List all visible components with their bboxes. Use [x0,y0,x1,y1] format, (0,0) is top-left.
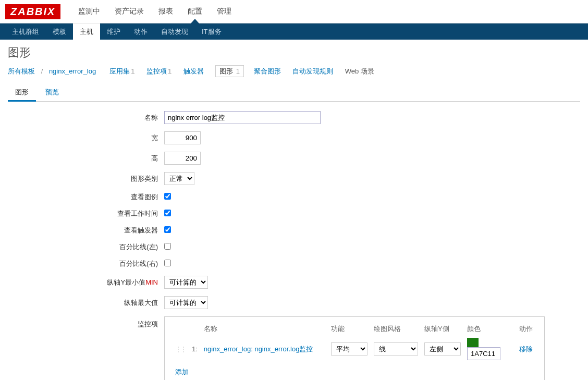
item-name-link[interactable]: nginx_error_log: nginx_error.log监控 [204,345,313,353]
bc-screens[interactable]: 聚合图形 [254,67,281,75]
check-working[interactable] [164,210,171,216]
nav-inventory[interactable]: 资产记录 [107,0,151,23]
items-box: 名称 功能 绘图风格 纵轴Y侧 颜色 动作 ⋮⋮ 1: [164,316,545,380]
label-ymax: 纵轴最大值 [8,298,164,308]
drag-handle-icon[interactable]: ⋮⋮ [175,346,186,353]
check-legend[interactable] [164,193,171,200]
tabs: 图形 预览 [8,84,580,102]
bc-items[interactable]: 监控项1 [146,67,172,75]
th-draw: 绘图风格 [371,322,421,336]
select-func[interactable]: 平均 [331,342,368,356]
check-pct-left[interactable] [164,243,171,250]
color-swatch[interactable] [467,338,479,347]
bc-current-graphs: 图形 1 [215,65,244,77]
label-width: 宽 [8,133,164,143]
select-ymin[interactable]: 可计算的 [164,276,208,289]
bc-web[interactable]: Web 场景 [345,67,374,75]
select-yaxis[interactable]: 左侧 [424,342,461,356]
bc-applications[interactable]: 应用集1 [109,67,134,75]
items-table: 名称 功能 绘图风格 纵轴Y侧 颜色 动作 ⋮⋮ 1: [172,322,537,379]
graph-form: 名称 宽 高 图形类别 正常 查看图例 查看工作时间 查看触发器 百分比线(左) [8,111,580,380]
subnav-maintenance[interactable]: 维护 [100,23,127,41]
label-legend: 查看图例 [8,192,164,202]
th-func: 功能 [328,322,371,336]
logo[interactable]: ZABBIX [5,4,60,19]
subnav-itservices[interactable]: IT服务 [195,23,228,41]
bc-sep: / [41,67,43,75]
label-height: 高 [8,154,164,163]
bc-all-templates[interactable]: 所有模板 [8,67,35,75]
tab-preview[interactable]: 预览 [38,84,66,101]
input-width[interactable] [164,131,201,144]
th-yaxis: 纵轴Y侧 [421,322,464,336]
label-graphtype: 图形类别 [8,174,164,183]
input-name[interactable] [164,111,321,124]
nav-configuration[interactable]: 配置 [180,0,210,23]
select-graphtype[interactable]: 正常 [164,172,194,185]
select-ymax[interactable]: 可计算的 [164,296,208,309]
subnav-hostgroups[interactable]: 主机群组 [5,23,46,41]
tab-graph[interactable]: 图形 [8,84,36,102]
breadcrumb: 所有模板 / nginx_error_log 应用集1 监控项1 触发器 图形 … [8,67,580,76]
nav-reports[interactable]: 报表 [151,0,180,23]
bc-template[interactable]: nginx_error_log [49,67,96,75]
label-ymin: 纵轴Y最小值MIN [8,278,164,287]
label-working: 查看工作时间 [8,209,164,218]
label-name: 名称 [8,113,164,122]
label-triggers: 查看触发器 [8,226,164,235]
item-idx: 1: [189,336,201,362]
label-items: 监控项 [8,316,164,329]
label-pct-right: 百分比线(右) [8,259,164,268]
nav-administration[interactable]: 管理 [210,0,239,23]
bc-discovery[interactable]: 自动发现规则 [292,67,333,75]
bc-triggers[interactable]: 触发器 [183,67,204,75]
top-header: ZABBIX 监测中 资产记录 报表 配置 管理 [0,0,588,23]
select-draw[interactable]: 线 [374,342,418,356]
subnav-discovery[interactable]: 自动发现 [154,23,195,41]
th-name: 名称 [201,322,328,336]
subnav-hosts[interactable]: 主机 [73,23,100,41]
th-color: 颜色 [464,322,516,336]
sub-header: 主机群组 模板 主机 维护 动作 自动发现 IT服务 [0,23,588,40]
input-height[interactable] [164,152,201,165]
label-pct-left: 百分比线(左) [8,242,164,252]
item-row: ⋮⋮ 1: nginx_error_log: nginx_error.log监控… [172,336,537,362]
add-item-link[interactable]: 添加 [175,368,189,376]
nav-monitoring[interactable]: 监测中 [71,0,107,23]
check-triggers[interactable] [164,226,171,233]
th-action: 动作 [516,322,537,336]
top-nav: 监测中 资产记录 报表 配置 管理 [71,0,239,23]
page-title: 图形 [8,45,580,60]
page-content: 图形 所有模板 / nginx_error_log 应用集1 监控项1 触发器 … [0,40,588,380]
check-pct-right[interactable] [164,260,171,266]
item-remove[interactable]: 移除 [519,345,533,353]
input-color[interactable] [467,347,500,360]
subnav-actions[interactable]: 动作 [127,23,154,41]
subnav-templates[interactable]: 模板 [46,23,73,41]
